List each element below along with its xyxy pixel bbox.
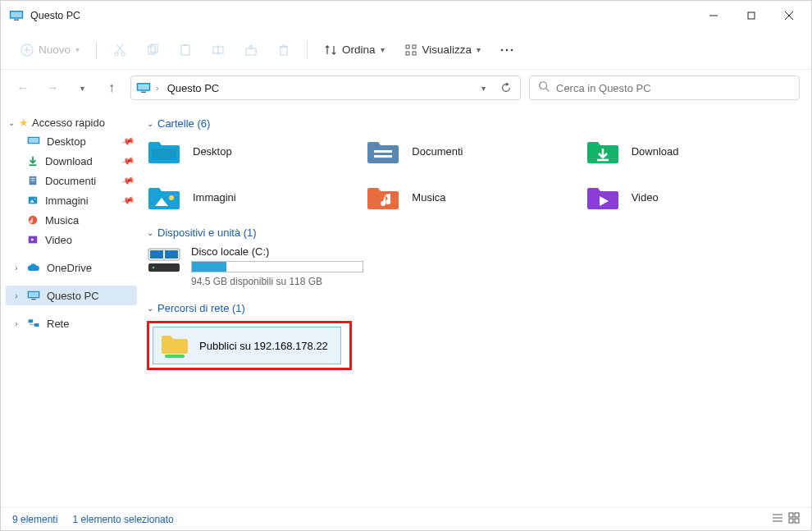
delete-button[interactable] <box>269 36 299 64</box>
titlebar: Questo PC <box>1 1 811 30</box>
sidebar-item-label: Documenti <box>45 175 96 187</box>
folder-music[interactable]: Musica <box>366 182 585 212</box>
svg-rect-33 <box>141 92 146 94</box>
drive-label: Disco locale (C:) <box>191 245 363 258</box>
sidebar-item-video[interactable]: Video <box>6 230 137 249</box>
folder-desktop[interactable]: Desktop <box>147 136 366 166</box>
details-view-icon <box>772 512 783 524</box>
svg-rect-55 <box>374 155 392 158</box>
sidebar-quick-access[interactable]: ⌄ ★ Accesso rapido <box>6 114 137 131</box>
search-input[interactable] <box>556 82 791 94</box>
paste-button[interactable] <box>171 36 200 64</box>
sidebar-onedrive[interactable]: › OneDrive <box>6 258 137 277</box>
sidebar-item-documents[interactable]: Documenti 📌 <box>6 171 137 190</box>
section-title: Percorsi di rete (1) <box>157 302 245 314</box>
share-button[interactable] <box>236 36 266 64</box>
breadcrumb-sep: › <box>156 83 159 93</box>
svg-point-29 <box>506 48 509 51</box>
maximize-button[interactable] <box>732 2 770 29</box>
folder-video[interactable]: Video <box>586 182 805 212</box>
forward-button[interactable]: → <box>42 76 63 100</box>
svg-rect-4 <box>748 12 755 19</box>
status-count: 9 elementi <box>12 514 57 525</box>
more-icon <box>500 48 514 53</box>
drive-item[interactable]: Disco locale (C:) 94,5 GB disponibili su… <box>147 245 805 287</box>
rename-icon <box>212 43 225 57</box>
folder-label: Documenti <box>412 145 463 158</box>
svg-rect-52 <box>34 323 39 327</box>
copy-icon <box>146 43 159 57</box>
pictures-folder-icon <box>147 183 181 211</box>
chevron-down-icon: ⌄ <box>147 228 153 237</box>
onedrive-label: OneDrive <box>47 262 92 274</box>
desktop-icon <box>27 135 40 147</box>
details-view-button[interactable] <box>772 512 783 526</box>
svg-rect-21 <box>281 47 287 55</box>
addressbar-dropdown[interactable]: ▾ <box>474 84 492 93</box>
chevron-down-icon: ▾ <box>381 45 385 54</box>
status-selection: 1 elemento selezionato <box>72 514 173 525</box>
pictures-icon <box>27 195 39 206</box>
breadcrumb-seg[interactable]: Questo PC <box>164 82 223 94</box>
svg-rect-2 <box>14 20 19 21</box>
copy-button[interactable] <box>138 36 167 64</box>
network-location-item[interactable]: Pubblici su 192.168.178.22 <box>153 327 341 364</box>
sidebar-item-music[interactable]: Musica <box>6 210 137 230</box>
drive-icon <box>147 245 181 275</box>
svg-rect-54 <box>374 150 392 153</box>
sidebar-item-download[interactable]: Download 📌 <box>6 151 137 171</box>
folder-download[interactable]: Download <box>586 136 805 166</box>
refresh-button[interactable] <box>497 82 515 94</box>
documents-folder-icon <box>366 137 400 165</box>
search-box[interactable] <box>529 76 800 100</box>
tiles-view-button[interactable] <box>788 512 800 526</box>
svg-rect-32 <box>138 85 149 90</box>
sidebar-network[interactable]: › Rete <box>6 314 137 333</box>
window-title: Questo PC <box>30 10 695 21</box>
view-icon <box>404 43 417 57</box>
section-folders-header[interactable]: ⌄ Cartelle (6) <box>147 117 805 130</box>
svg-rect-49 <box>29 292 39 297</box>
annotation-highlight: Pubblici su 192.168.178.22 <box>147 321 352 370</box>
sidebar-item-desktop[interactable]: Desktop 📌 <box>6 131 137 151</box>
recent-button[interactable]: ▾ <box>71 76 93 100</box>
sidebar-thispc[interactable]: › Questo PC <box>6 286 137 305</box>
network-item-label: Pubblici su 192.168.178.22 <box>199 340 328 352</box>
svg-rect-53 <box>152 149 176 160</box>
minimize-button[interactable] <box>695 2 732 29</box>
rename-button[interactable] <box>203 36 233 64</box>
sort-icon <box>324 43 337 57</box>
sidebar-item-label: Desktop <box>47 135 86 148</box>
thispc-icon <box>136 81 151 94</box>
up-button[interactable]: ↑ <box>101 76 122 100</box>
folder-documents[interactable]: Documenti <box>366 136 585 166</box>
close-button[interactable] <box>770 2 808 29</box>
svg-rect-72 <box>795 519 799 523</box>
view-label: Visualizza <box>422 43 472 56</box>
pin-icon: 📌 <box>121 134 136 149</box>
addressbar[interactable]: › Questo PC ▾ <box>130 76 521 100</box>
section-drives-header[interactable]: ⌄ Dispositivi e unità (1) <box>147 227 805 239</box>
svg-rect-1 <box>11 12 22 18</box>
svg-rect-61 <box>150 250 163 259</box>
folder-pictures[interactable]: Immagini <box>147 182 366 212</box>
download-folder-icon <box>586 137 620 165</box>
view-button[interactable]: Visualizza ▾ <box>396 36 490 64</box>
folder-label: Video <box>632 191 659 204</box>
cut-button[interactable] <box>105 36 135 64</box>
folder-label: Download <box>632 145 679 158</box>
pin-icon: 📌 <box>121 193 136 208</box>
download-icon <box>27 155 39 167</box>
svg-rect-27 <box>413 52 416 55</box>
sidebar-item-label: Immagini <box>45 195 89 207</box>
svg-point-64 <box>153 267 155 269</box>
new-button[interactable]: Nuovo ▾ <box>12 36 88 64</box>
section-network-header[interactable]: ⌄ Percorsi di rete (1) <box>147 302 805 314</box>
more-button[interactable] <box>492 36 522 64</box>
sidebar-item-label: Musica <box>45 214 79 227</box>
sidebar-item-pictures[interactable]: Immagini 📌 <box>6 190 137 210</box>
svg-rect-50 <box>31 299 35 300</box>
sort-button[interactable]: Ordina ▾ <box>316 36 393 64</box>
svg-rect-37 <box>29 138 39 143</box>
back-button[interactable]: ← <box>12 76 34 100</box>
